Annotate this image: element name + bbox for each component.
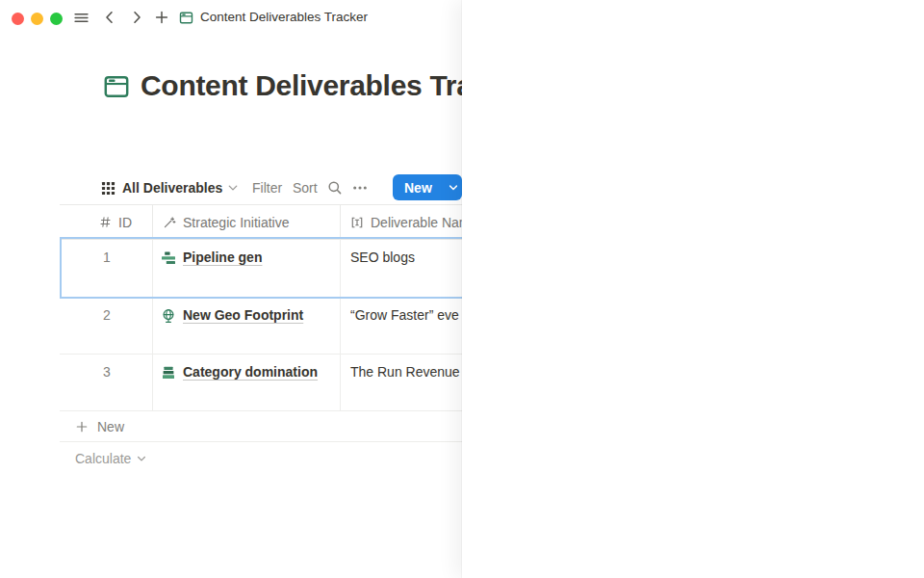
cell-initiative[interactable]: New Geo Footprint xyxy=(152,298,340,354)
table-view-icon xyxy=(101,181,116,196)
chevron-down-icon xyxy=(227,182,239,194)
column-label: ID xyxy=(118,215,132,230)
new-tab-icon[interactable] xyxy=(154,10,169,25)
cell-initiative[interactable]: Category domination xyxy=(152,355,340,410)
sort-label: Sort xyxy=(293,180,318,196)
back-icon[interactable] xyxy=(102,10,117,25)
bars-chart-icon xyxy=(161,250,176,266)
hash-icon xyxy=(99,216,112,228)
more-dots-icon xyxy=(352,180,368,196)
cell-initiative[interactable]: Pipeline gen xyxy=(152,240,340,297)
new-row-label: New xyxy=(97,419,124,434)
view-name: All Deliverables xyxy=(122,180,222,196)
cell-id[interactable]: 3 xyxy=(60,355,152,410)
tab-title[interactable]: Content Deliverables Tracker xyxy=(200,10,368,24)
plus-icon xyxy=(75,420,89,434)
column-header-strategic-initiative[interactable]: Strategic Initiative xyxy=(152,205,340,239)
side-peek-panel: Share Pipeline gen Deliverable Name SEO … xyxy=(462,0,924,578)
chevron-down-icon xyxy=(136,453,147,464)
wand-icon xyxy=(163,216,176,229)
text-icon xyxy=(350,216,364,229)
calculate-label: Calculate xyxy=(75,451,131,466)
forward-icon[interactable] xyxy=(129,10,144,25)
filter-button[interactable]: Filter xyxy=(252,174,282,201)
cell-id[interactable]: 2 xyxy=(60,298,152,354)
page-link[interactable]: Category domination xyxy=(183,364,318,410)
app-window: Content Deliverables Tracker Content Del… xyxy=(0,0,924,578)
page-icon[interactable] xyxy=(103,73,130,100)
minimize-window-button[interactable] xyxy=(31,13,43,25)
search-icon xyxy=(327,180,343,196)
view-tab[interactable]: All Deliverables xyxy=(101,174,239,201)
new-record-button[interactable]: New xyxy=(393,174,462,200)
cabinet-icon xyxy=(161,365,176,381)
column-label: Strategic Initiative xyxy=(183,215,290,230)
page-link[interactable]: Pipeline gen xyxy=(183,250,262,297)
close-window-button[interactable] xyxy=(12,13,24,25)
new-button-label: New xyxy=(393,180,442,196)
column-header-id[interactable]: ID xyxy=(60,205,152,239)
sidebar-menu-icon[interactable] xyxy=(73,10,90,26)
doc-icon xyxy=(179,11,193,25)
filter-label: Filter xyxy=(252,180,282,196)
sort-button[interactable]: Sort xyxy=(293,174,318,201)
cell-id[interactable]: 1 xyxy=(60,240,152,297)
globe-icon xyxy=(161,308,176,324)
view-options-button[interactable] xyxy=(352,174,368,201)
page-link[interactable]: New Geo Footprint xyxy=(183,307,303,354)
maximize-window-button[interactable] xyxy=(50,13,63,25)
search-button[interactable] xyxy=(327,174,343,201)
